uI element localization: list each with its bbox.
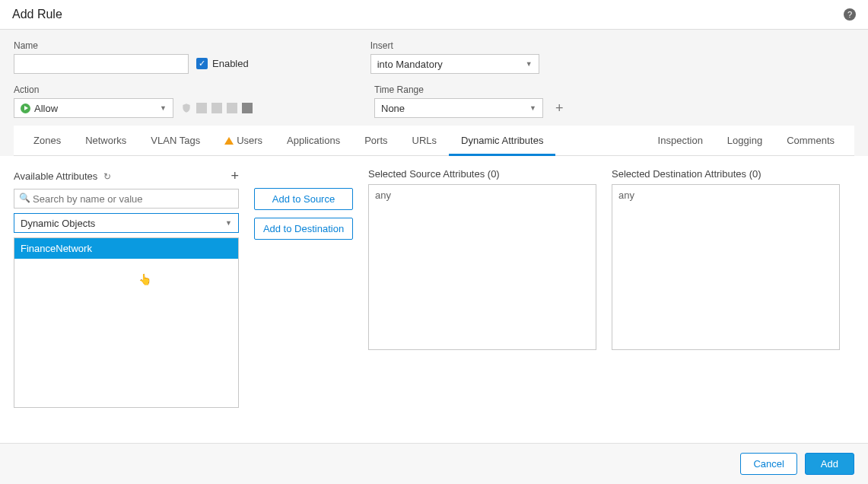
selected-source-title: Selected Source Attributes (0) <box>368 168 500 180</box>
tab-ports[interactable]: Ports <box>352 126 399 155</box>
timerange-select[interactable]: None ▼ <box>374 98 543 118</box>
tab-zones[interactable]: Zones <box>21 126 73 155</box>
available-title: Available Attributes <box>14 170 97 182</box>
enabled-checkbox[interactable]: ✓ <box>196 58 208 69</box>
chevron-down-icon: ▼ <box>225 219 232 227</box>
selected-source-box[interactable]: any <box>368 184 596 350</box>
selected-dest-title: Selected Destination Attributes (0) <box>612 168 761 180</box>
chevron-down-icon: ▼ <box>526 60 533 68</box>
help-icon[interactable]: ? <box>844 8 856 21</box>
tab-comments[interactable]: Comments <box>774 126 847 155</box>
add-attribute-button[interactable]: + <box>231 168 239 184</box>
enabled-label: Enabled <box>212 58 249 69</box>
policy-icon-2 <box>211 103 222 113</box>
shield-icon <box>181 103 192 113</box>
tab-logging[interactable]: Logging <box>715 126 774 155</box>
tab-applications[interactable]: Applications <box>275 126 352 155</box>
policy-icon-3 <box>227 103 237 113</box>
action-value: Allow <box>34 103 58 114</box>
warning-icon <box>224 137 234 145</box>
tab-urls[interactable]: URLs <box>400 126 450 155</box>
action-extra-icons <box>181 103 253 113</box>
cancel-button[interactable]: Cancel <box>740 453 796 475</box>
action-select[interactable]: Allow ▼ <box>14 98 173 118</box>
action-label: Action <box>14 84 173 95</box>
chevron-down-icon: ▼ <box>529 104 536 112</box>
insert-select[interactable]: into Mandatory ▼ <box>370 54 539 74</box>
chevron-down-icon: ▼ <box>160 104 167 112</box>
available-listbox[interactable]: FinanceNetwork <box>14 237 239 408</box>
name-label: Name <box>14 40 189 51</box>
policy-icon-4 <box>242 103 253 113</box>
dialog-title: Add Rule <box>12 8 62 21</box>
attribute-type-select[interactable]: Dynamic Objects ▼ <box>14 213 239 233</box>
add-timerange-button[interactable]: + <box>555 100 564 116</box>
selected-source-value: any <box>375 189 391 201</box>
insert-value: into Mandatory <box>377 59 443 70</box>
name-input[interactable] <box>14 54 189 74</box>
timerange-label: Time Range <box>374 84 543 95</box>
search-input[interactable] <box>14 189 239 209</box>
tab-dynamic-attributes[interactable]: Dynamic Attributes <box>449 126 555 156</box>
add-to-source-button[interactable]: Add to Source <box>254 188 353 210</box>
timerange-value: None <box>381 103 405 114</box>
allow-icon <box>21 103 30 113</box>
insert-label: Insert <box>370 40 539 51</box>
add-to-destination-button[interactable]: Add to Destination <box>254 218 353 240</box>
tab-inspection[interactable]: Inspection <box>646 126 715 155</box>
list-item[interactable]: FinanceNetwork <box>14 238 238 259</box>
policy-icon-1 <box>196 103 207 113</box>
refresh-icon[interactable]: ↻ <box>103 171 111 182</box>
selected-dest-value: any <box>618 189 634 201</box>
attribute-type-value: Dynamic Objects <box>21 218 95 229</box>
search-icon: 🔍 <box>19 193 30 203</box>
selected-dest-box[interactable]: any <box>612 184 840 350</box>
add-button[interactable]: Add <box>805 453 854 475</box>
tab-users[interactable]: Users <box>212 126 275 155</box>
tab-vlan[interactable]: VLAN Tags <box>138 126 212 155</box>
tab-networks[interactable]: Networks <box>73 126 138 155</box>
